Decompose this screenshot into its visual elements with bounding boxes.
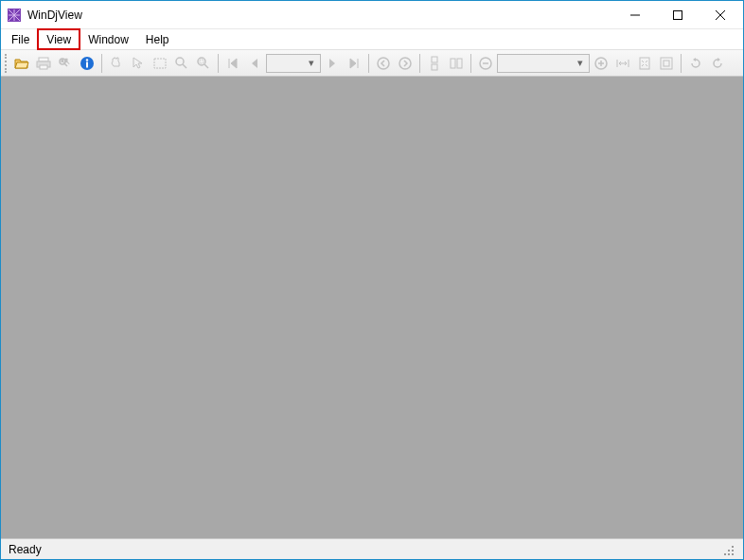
first-page-button xyxy=(222,53,243,74)
svg-rect-9 xyxy=(154,59,166,68)
svg-rect-15 xyxy=(432,57,437,62)
svg-rect-12 xyxy=(200,60,204,63)
chevron-down-icon: ▾ xyxy=(574,57,587,69)
zoom-out-button xyxy=(475,53,496,74)
titlebar: WinDjView xyxy=(1,1,743,29)
svg-rect-27 xyxy=(724,553,726,555)
statusbar: Ready xyxy=(1,538,743,559)
pan-tool-button xyxy=(106,53,127,74)
svg-rect-26 xyxy=(732,550,734,551)
menu-file[interactable]: File xyxy=(3,29,38,49)
menubar: File View Window Help xyxy=(1,29,743,50)
toolbar-separator xyxy=(101,54,102,73)
app-icon xyxy=(7,8,22,23)
fit-page-button xyxy=(634,53,655,74)
toolbar-separator xyxy=(368,54,369,73)
resize-grip-icon[interactable] xyxy=(722,544,735,557)
maximize-button[interactable] xyxy=(656,1,699,28)
toolbar-grip xyxy=(5,54,9,73)
window-title: WinDjView xyxy=(27,9,613,22)
svg-point-13 xyxy=(378,58,389,69)
menu-window[interactable]: Window xyxy=(80,29,137,49)
svg-rect-25 xyxy=(728,553,730,555)
find-button xyxy=(55,53,76,74)
menu-help[interactable]: Help xyxy=(137,29,178,49)
page-combo: ▾ xyxy=(266,54,321,73)
svg-rect-29 xyxy=(732,546,734,548)
zoom-in-button xyxy=(591,53,611,74)
toolbar-separator xyxy=(681,54,682,73)
toolbar: ▾ ▾ xyxy=(1,50,743,77)
continuous-layout-button xyxy=(424,53,445,74)
minimize-button[interactable] xyxy=(613,1,656,28)
svg-rect-21 xyxy=(640,58,649,69)
svg-point-7 xyxy=(86,59,88,61)
nav-forward-button xyxy=(395,53,416,74)
info-button[interactable] xyxy=(77,53,97,74)
svg-rect-4 xyxy=(40,65,47,69)
toolbar-separator xyxy=(470,54,471,73)
next-page-button xyxy=(322,53,343,74)
svg-rect-24 xyxy=(732,553,734,555)
svg-rect-28 xyxy=(728,550,730,551)
svg-rect-8 xyxy=(86,61,88,67)
svg-point-11 xyxy=(198,58,205,65)
open-button[interactable] xyxy=(11,53,32,74)
status-text: Ready xyxy=(9,543,722,556)
zoom-region-button xyxy=(193,53,214,74)
svg-rect-1 xyxy=(673,10,682,19)
fit-width-button xyxy=(612,53,633,74)
content-area xyxy=(1,77,743,538)
svg-rect-2 xyxy=(39,58,48,61)
toolbar-separator xyxy=(419,54,420,73)
rect-select-button xyxy=(150,53,170,74)
svg-rect-16 xyxy=(432,64,437,70)
window-controls xyxy=(613,1,741,28)
print-button xyxy=(33,53,54,74)
nav-back-button xyxy=(373,53,394,74)
close-button[interactable] xyxy=(699,1,741,28)
svg-rect-23 xyxy=(664,61,669,66)
last-page-button xyxy=(344,53,364,74)
actual-size-button xyxy=(656,53,677,74)
facing-layout-button xyxy=(446,53,467,74)
svg-rect-17 xyxy=(451,59,455,68)
chevron-down-icon: ▾ xyxy=(305,57,318,69)
magnify-tool-button xyxy=(171,53,192,74)
rotate-left-button xyxy=(685,53,706,74)
svg-rect-22 xyxy=(661,58,672,69)
svg-rect-18 xyxy=(457,59,462,68)
toolbar-separator xyxy=(218,54,219,73)
svg-point-10 xyxy=(176,58,184,65)
zoom-combo: ▾ xyxy=(497,54,590,73)
rotate-right-button xyxy=(707,53,728,74)
menu-view[interactable]: View xyxy=(38,29,80,49)
select-tool-button xyxy=(128,53,149,74)
prev-page-button xyxy=(244,53,265,74)
svg-point-14 xyxy=(399,58,411,69)
